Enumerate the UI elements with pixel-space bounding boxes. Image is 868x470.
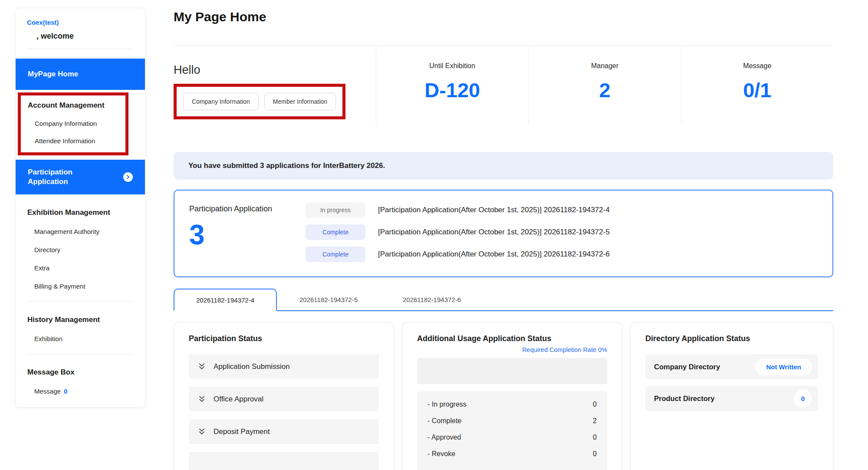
directory-label: Product Directory xyxy=(654,394,714,403)
participation-application-card: Participation Application 3 In progress … xyxy=(174,190,833,277)
sidebar-item-directory[interactable]: Directory xyxy=(27,246,133,253)
application-link[interactable]: [Participation Application(After October… xyxy=(378,250,610,259)
hello-block: Hello Company Information Member Informa… xyxy=(174,46,376,125)
required-completion-rate: Required Completion Rate 0% xyxy=(417,346,607,353)
main-content: My Page Home Hello Company Information M… xyxy=(174,10,833,470)
company-directory-row[interactable]: Company Directory Not Written xyxy=(645,354,818,379)
message-count-badge: 0 xyxy=(64,388,67,395)
usage-label: - Revoke xyxy=(427,450,455,458)
not-written-badge: Not Written xyxy=(755,358,812,375)
stat-label: Manager xyxy=(529,62,681,70)
application-list: In progress [Participation Application(A… xyxy=(306,202,818,265)
step-deposit-payment[interactable]: Deposit Payment xyxy=(189,419,379,444)
tab-application-3[interactable]: 20261182-194372-6 xyxy=(380,289,483,310)
company-information-button[interactable]: Company Information xyxy=(183,93,259,110)
participation-status-card: Participation Status Application Submiss… xyxy=(174,322,394,470)
card-title: Participation Application xyxy=(189,202,306,214)
usage-value: 0 xyxy=(593,434,597,441)
sidebar-item-exhibition[interactable]: Exhibition xyxy=(27,335,133,342)
sidebar-item-attendee-information[interactable]: Attendee Information xyxy=(21,137,125,145)
sidebar-section-exhibition-management: Exhibition Management Management Authori… xyxy=(16,208,145,302)
step-label: Application Submission xyxy=(214,362,290,371)
stat-message: Message 0/1 xyxy=(681,46,833,125)
stat-manager: Manager 2 xyxy=(528,46,681,125)
divider xyxy=(27,301,133,302)
sidebar-section-history-management: History Management Exhibition xyxy=(16,316,145,354)
step-label: Office Approval xyxy=(214,395,263,404)
divider xyxy=(27,49,134,49)
sidebar-item-extra[interactable]: Extra xyxy=(27,264,133,272)
greeting-text: Hello xyxy=(174,63,376,77)
card-title: Directory Application Status xyxy=(645,334,818,343)
usage-label: - In progress xyxy=(427,401,467,408)
section-title: Exhibition Management xyxy=(27,208,133,217)
card-title: Participation Status xyxy=(189,334,379,343)
stat-value: 0/1 xyxy=(681,78,833,102)
account-name: Coex(test) xyxy=(27,19,134,26)
usage-row-approved: - Approved 0 xyxy=(425,429,599,446)
status-cards-row: Participation Status Application Submiss… xyxy=(174,322,833,470)
status-badge: In progress xyxy=(306,202,365,218)
application-link[interactable]: [Participation Application(After October… xyxy=(378,206,610,214)
tab-application-1[interactable]: 20261182-194372-4 xyxy=(174,289,277,311)
section-title: History Management xyxy=(27,316,133,324)
application-row: Complete [Participation Application(Afte… xyxy=(306,247,818,262)
directory-status-card: Directory Application Status Company Dir… xyxy=(630,322,833,470)
sidebar-account-info: Coex(test) , welcome xyxy=(16,8,145,49)
sidebar-section-account-management: Account Management xyxy=(21,101,125,110)
usage-value: 0 xyxy=(593,401,597,408)
sidebar-item-label: Participation Application xyxy=(28,168,93,187)
step-application-submission[interactable]: Application Submission xyxy=(189,354,379,379)
sidebar-item-participation-application[interactable]: Participation Application xyxy=(16,160,145,194)
participation-application-summary: Participation Application 3 xyxy=(189,202,306,265)
usage-label: - Approved xyxy=(427,434,461,441)
product-directory-row[interactable]: Product Directory 0 xyxy=(645,386,818,411)
sidebar-item-message[interactable]: Message0 xyxy=(27,388,133,395)
double-chevron-down-icon xyxy=(197,427,206,436)
usage-value: 0 xyxy=(593,450,597,458)
usage-progress-track xyxy=(417,358,607,384)
application-count: 3 xyxy=(189,221,306,249)
stat-value: 2 xyxy=(529,78,681,102)
usage-label: - Complete xyxy=(427,417,461,425)
member-information-button[interactable]: Member Information xyxy=(264,93,336,110)
summary-section: Hello Company Information Member Informa… xyxy=(174,46,833,125)
step-partial xyxy=(189,452,379,470)
sidebar-item-mypage-home[interactable]: MyPage Home xyxy=(16,59,145,90)
status-badge: Complete xyxy=(306,247,365,262)
annotation-box-account-management: Account Management Company Information A… xyxy=(18,92,128,155)
step-office-approval[interactable]: Office Approval xyxy=(189,387,379,411)
additional-usage-status-card: Additional Usage Application Status Requ… xyxy=(402,322,622,470)
sidebar-item-label: MyPage Home xyxy=(28,70,78,79)
sidebar-item-management-authority[interactable]: Management Authority xyxy=(27,228,133,235)
sidebar-item-company-information[interactable]: Company Information xyxy=(21,120,125,127)
usage-value: 2 xyxy=(593,417,597,425)
status-badge: Complete xyxy=(306,224,365,240)
step-label: Deposit Payment xyxy=(214,427,270,436)
count-badge: 0 xyxy=(794,389,812,408)
application-tabs: 20261182-194372-4 20261182-194372-5 2026… xyxy=(174,289,833,311)
page: Coex(test) , welcome MyPage Home Account… xyxy=(0,0,868,470)
stat-value: D-120 xyxy=(376,78,528,102)
double-chevron-down-icon xyxy=(197,362,206,371)
stat-label: Until Exhibition xyxy=(376,62,528,70)
section-title: Message Box xyxy=(27,368,133,377)
usage-stats-list: - In progress 0 - Complete 2 - Approved … xyxy=(417,391,607,470)
welcome-text: , welcome xyxy=(27,32,134,41)
sidebar: Coex(test) , welcome MyPage Home Account… xyxy=(15,8,145,408)
application-row: In progress [Participation Application(A… xyxy=(306,202,818,218)
divider xyxy=(27,354,133,354)
usage-row-complete: - Complete 2 xyxy=(425,413,599,429)
double-chevron-down-icon xyxy=(197,395,206,404)
application-row: Complete [Participation Application(Afte… xyxy=(306,224,818,240)
stat-label: Message xyxy=(681,62,833,70)
page-title: My Page Home xyxy=(174,10,833,24)
notice-text: You have submitted 3 applications for In… xyxy=(188,161,385,170)
chevron-right-circle-icon xyxy=(123,172,133,182)
stat-until-exhibition: Until Exhibition D-120 xyxy=(376,46,528,125)
application-link[interactable]: [Participation Application(After October… xyxy=(378,228,610,237)
message-label: Message xyxy=(34,388,61,395)
notice-banner: You have submitted 3 applications for In… xyxy=(174,152,833,180)
sidebar-item-billing-payment[interactable]: Billing & Payment xyxy=(27,283,133,290)
tab-application-2[interactable]: 20261182-194372-5 xyxy=(277,289,380,310)
